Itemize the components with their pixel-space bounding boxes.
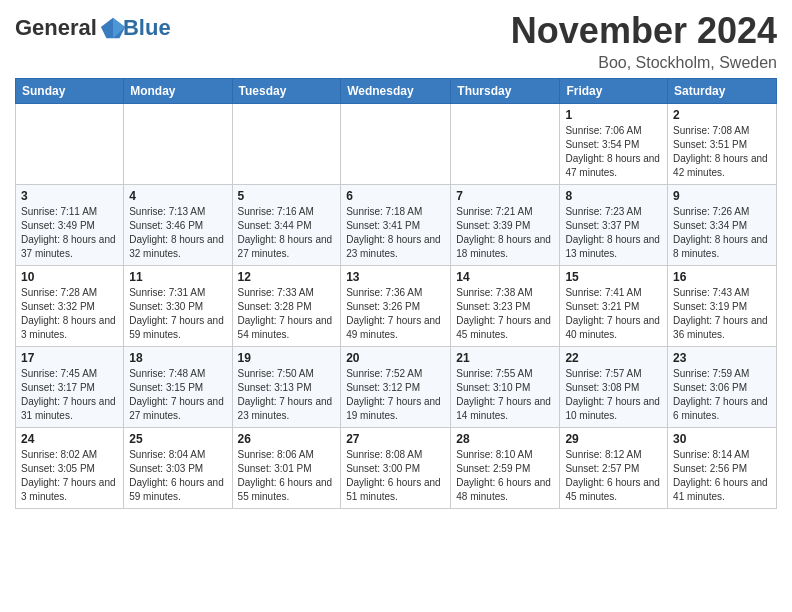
header-monday: Monday	[124, 79, 232, 104]
day-info: Sunrise: 7:55 AMSunset: 3:10 PMDaylight:…	[456, 367, 554, 423]
day-number: 25	[129, 432, 226, 446]
table-row	[451, 104, 560, 185]
day-info: Sunrise: 7:52 AMSunset: 3:12 PMDaylight:…	[346, 367, 445, 423]
day-info: Sunrise: 7:50 AMSunset: 3:13 PMDaylight:…	[238, 367, 336, 423]
day-number: 15	[565, 270, 662, 284]
logo: General Blue	[15, 14, 171, 42]
day-number: 10	[21, 270, 118, 284]
calendar-table: Sunday Monday Tuesday Wednesday Thursday…	[15, 78, 777, 509]
calendar-week-row: 24Sunrise: 8:02 AMSunset: 3:05 PMDayligh…	[16, 428, 777, 509]
day-info: Sunrise: 8:08 AMSunset: 3:00 PMDaylight:…	[346, 448, 445, 504]
day-info: Sunrise: 7:45 AMSunset: 3:17 PMDaylight:…	[21, 367, 118, 423]
day-info: Sunrise: 7:38 AMSunset: 3:23 PMDaylight:…	[456, 286, 554, 342]
table-row: 6Sunrise: 7:18 AMSunset: 3:41 PMDaylight…	[341, 185, 451, 266]
day-info: Sunrise: 8:04 AMSunset: 3:03 PMDaylight:…	[129, 448, 226, 504]
table-row: 11Sunrise: 7:31 AMSunset: 3:30 PMDayligh…	[124, 266, 232, 347]
table-row: 16Sunrise: 7:43 AMSunset: 3:19 PMDayligh…	[668, 266, 777, 347]
day-number: 21	[456, 351, 554, 365]
title-block: November 2024 Boo, Stockholm, Sweden	[511, 10, 777, 72]
day-info: Sunrise: 7:06 AMSunset: 3:54 PMDaylight:…	[565, 124, 662, 180]
day-number: 1	[565, 108, 662, 122]
table-row: 18Sunrise: 7:48 AMSunset: 3:15 PMDayligh…	[124, 347, 232, 428]
table-row: 2Sunrise: 7:08 AMSunset: 3:51 PMDaylight…	[668, 104, 777, 185]
day-info: Sunrise: 8:02 AMSunset: 3:05 PMDaylight:…	[21, 448, 118, 504]
table-row: 28Sunrise: 8:10 AMSunset: 2:59 PMDayligh…	[451, 428, 560, 509]
day-number: 22	[565, 351, 662, 365]
table-row: 21Sunrise: 7:55 AMSunset: 3:10 PMDayligh…	[451, 347, 560, 428]
day-info: Sunrise: 7:23 AMSunset: 3:37 PMDaylight:…	[565, 205, 662, 261]
day-number: 16	[673, 270, 771, 284]
table-row: 14Sunrise: 7:38 AMSunset: 3:23 PMDayligh…	[451, 266, 560, 347]
day-info: Sunrise: 7:21 AMSunset: 3:39 PMDaylight:…	[456, 205, 554, 261]
header: General Blue November 2024 Boo, Stockhol…	[15, 10, 777, 72]
day-number: 11	[129, 270, 226, 284]
table-row: 25Sunrise: 8:04 AMSunset: 3:03 PMDayligh…	[124, 428, 232, 509]
table-row: 24Sunrise: 8:02 AMSunset: 3:05 PMDayligh…	[16, 428, 124, 509]
day-info: Sunrise: 8:06 AMSunset: 3:01 PMDaylight:…	[238, 448, 336, 504]
header-sunday: Sunday	[16, 79, 124, 104]
day-number: 26	[238, 432, 336, 446]
day-number: 20	[346, 351, 445, 365]
table-row: 30Sunrise: 8:14 AMSunset: 2:56 PMDayligh…	[668, 428, 777, 509]
table-row: 7Sunrise: 7:21 AMSunset: 3:39 PMDaylight…	[451, 185, 560, 266]
header-friday: Friday	[560, 79, 668, 104]
day-info: Sunrise: 8:14 AMSunset: 2:56 PMDaylight:…	[673, 448, 771, 504]
day-info: Sunrise: 7:08 AMSunset: 3:51 PMDaylight:…	[673, 124, 771, 180]
table-row: 19Sunrise: 7:50 AMSunset: 3:13 PMDayligh…	[232, 347, 341, 428]
day-number: 19	[238, 351, 336, 365]
calendar-week-row: 1Sunrise: 7:06 AMSunset: 3:54 PMDaylight…	[16, 104, 777, 185]
day-info: Sunrise: 7:36 AMSunset: 3:26 PMDaylight:…	[346, 286, 445, 342]
table-row: 20Sunrise: 7:52 AMSunset: 3:12 PMDayligh…	[341, 347, 451, 428]
logo-general: General	[15, 17, 97, 39]
table-row	[232, 104, 341, 185]
day-number: 30	[673, 432, 771, 446]
table-row: 17Sunrise: 7:45 AMSunset: 3:17 PMDayligh…	[16, 347, 124, 428]
day-number: 14	[456, 270, 554, 284]
day-info: Sunrise: 7:13 AMSunset: 3:46 PMDaylight:…	[129, 205, 226, 261]
day-number: 8	[565, 189, 662, 203]
table-row	[341, 104, 451, 185]
day-number: 18	[129, 351, 226, 365]
day-info: Sunrise: 7:41 AMSunset: 3:21 PMDaylight:…	[565, 286, 662, 342]
calendar-week-row: 10Sunrise: 7:28 AMSunset: 3:32 PMDayligh…	[16, 266, 777, 347]
table-row: 8Sunrise: 7:23 AMSunset: 3:37 PMDaylight…	[560, 185, 668, 266]
day-number: 17	[21, 351, 118, 365]
day-info: Sunrise: 8:10 AMSunset: 2:59 PMDaylight:…	[456, 448, 554, 504]
page-container: General Blue November 2024 Boo, Stockhol…	[0, 0, 792, 514]
table-row: 26Sunrise: 8:06 AMSunset: 3:01 PMDayligh…	[232, 428, 341, 509]
table-row	[124, 104, 232, 185]
day-info: Sunrise: 7:57 AMSunset: 3:08 PMDaylight:…	[565, 367, 662, 423]
day-number: 2	[673, 108, 771, 122]
header-thursday: Thursday	[451, 79, 560, 104]
table-row: 5Sunrise: 7:16 AMSunset: 3:44 PMDaylight…	[232, 185, 341, 266]
day-number: 3	[21, 189, 118, 203]
day-info: Sunrise: 7:16 AMSunset: 3:44 PMDaylight:…	[238, 205, 336, 261]
day-info: Sunrise: 8:12 AMSunset: 2:57 PMDaylight:…	[565, 448, 662, 504]
calendar-header-row: Sunday Monday Tuesday Wednesday Thursday…	[16, 79, 777, 104]
day-info: Sunrise: 7:26 AMSunset: 3:34 PMDaylight:…	[673, 205, 771, 261]
logo-blue: Blue	[123, 17, 171, 39]
day-number: 23	[673, 351, 771, 365]
table-row: 10Sunrise: 7:28 AMSunset: 3:32 PMDayligh…	[16, 266, 124, 347]
table-row: 3Sunrise: 7:11 AMSunset: 3:49 PMDaylight…	[16, 185, 124, 266]
day-number: 6	[346, 189, 445, 203]
table-row: 12Sunrise: 7:33 AMSunset: 3:28 PMDayligh…	[232, 266, 341, 347]
table-row: 15Sunrise: 7:41 AMSunset: 3:21 PMDayligh…	[560, 266, 668, 347]
calendar-week-row: 17Sunrise: 7:45 AMSunset: 3:17 PMDayligh…	[16, 347, 777, 428]
table-row: 29Sunrise: 8:12 AMSunset: 2:57 PMDayligh…	[560, 428, 668, 509]
table-row: 23Sunrise: 7:59 AMSunset: 3:06 PMDayligh…	[668, 347, 777, 428]
day-number: 27	[346, 432, 445, 446]
table-row: 9Sunrise: 7:26 AMSunset: 3:34 PMDaylight…	[668, 185, 777, 266]
location: Boo, Stockholm, Sweden	[511, 54, 777, 72]
table-row	[16, 104, 124, 185]
day-info: Sunrise: 7:28 AMSunset: 3:32 PMDaylight:…	[21, 286, 118, 342]
day-info: Sunrise: 7:33 AMSunset: 3:28 PMDaylight:…	[238, 286, 336, 342]
header-tuesday: Tuesday	[232, 79, 341, 104]
table-row: 22Sunrise: 7:57 AMSunset: 3:08 PMDayligh…	[560, 347, 668, 428]
month-title: November 2024	[511, 10, 777, 52]
day-info: Sunrise: 7:59 AMSunset: 3:06 PMDaylight:…	[673, 367, 771, 423]
header-saturday: Saturday	[668, 79, 777, 104]
table-row: 13Sunrise: 7:36 AMSunset: 3:26 PMDayligh…	[341, 266, 451, 347]
day-info: Sunrise: 7:48 AMSunset: 3:15 PMDaylight:…	[129, 367, 226, 423]
day-number: 12	[238, 270, 336, 284]
